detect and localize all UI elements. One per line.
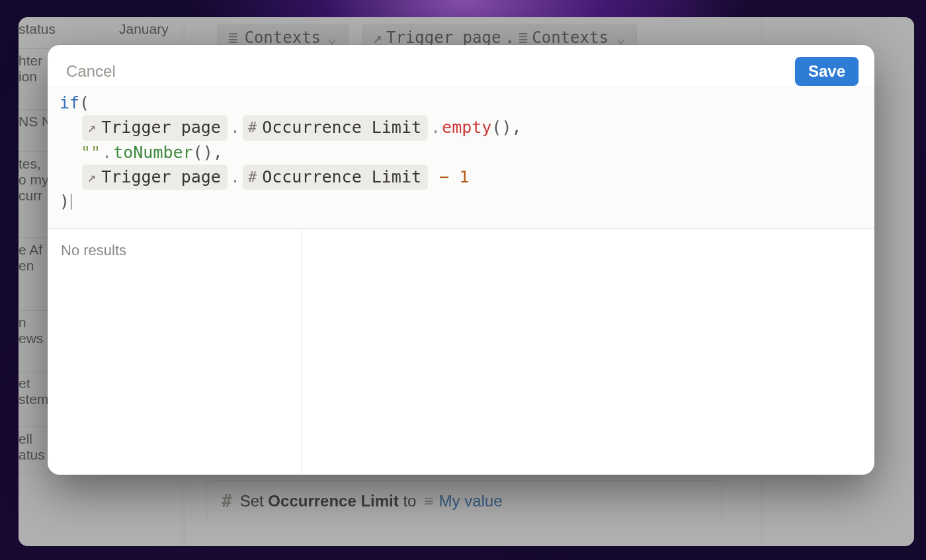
fn-empty: empty: [442, 116, 491, 140]
desktop-root: status January hter ion NS N tes, o my c…: [0, 0, 926, 560]
formula-textarea[interactable]: if( ↗ Trigger page . # Occurrence Limit …: [48, 86, 874, 229]
value-chip[interactable]: ≡ My value: [424, 492, 502, 510]
fn-toNumber: toNumber: [113, 141, 192, 165]
cancel-button[interactable]: Cancel: [66, 62, 116, 81]
paren-close: ): [60, 190, 69, 214]
chevron-down-icon: ⌄: [327, 28, 337, 47]
formula-line: ↗ Trigger page . # Occurrence Limit .emp…: [60, 115, 856, 140]
trigger-page-token[interactable]: ↗ Trigger page: [82, 115, 228, 140]
occurrence-limit-token[interactable]: # Occurrence Limit: [243, 165, 428, 190]
set-property-name: Occurrence Limit: [268, 492, 398, 510]
no-results-text: No results: [61, 242, 288, 259]
text-cursor: [71, 194, 71, 210]
set-property-row[interactable]: # Set Occurrence Limit to ≡ My value: [206, 480, 722, 522]
empty-string-literal: "": [81, 141, 101, 165]
modal-header: Cancel Save: [48, 45, 874, 86]
dot: .: [101, 141, 113, 165]
col-status: status: [19, 21, 105, 37]
trigger-page-token[interactable]: ↗ Trigger page: [82, 165, 228, 190]
table-header-row: status January: [19, 17, 190, 49]
results-list: No results: [48, 229, 302, 475]
occurrence-limit-text: Occurrence Limit: [262, 116, 421, 140]
value-chip-label: My value: [439, 492, 502, 510]
dot: .: [229, 165, 241, 189]
set-prefix: Set: [240, 492, 264, 510]
formula-line: ): [60, 190, 856, 214]
formula-icon: ≡: [424, 492, 433, 510]
col-month: January: [119, 21, 185, 37]
formula-line: ↗ Trigger page . # Occurrence Limit − 1: [60, 165, 856, 190]
arrow-ne-icon: ↗: [87, 167, 96, 188]
trigger-page-text: Trigger page: [101, 165, 221, 189]
keyword-if: if: [60, 91, 79, 115]
occurrence-limit-text: Occurrence Limit: [262, 165, 421, 189]
arrow-ne-icon: ↗: [373, 28, 382, 47]
list-icon: ≣: [519, 28, 528, 47]
hash-icon: #: [248, 167, 257, 188]
trigger-page-text: Trigger page: [101, 116, 221, 140]
contexts-label-2: Contexts: [532, 28, 609, 47]
results-detail: [302, 229, 874, 475]
dot: .: [229, 116, 241, 140]
minus-operator: −: [439, 165, 449, 189]
save-button[interactable]: Save: [795, 57, 859, 86]
number-one: 1: [459, 165, 469, 189]
formula-line: "".toNumber(),: [60, 141, 856, 165]
hash-icon: #: [248, 117, 257, 138]
formula-editor-modal: Cancel Save if( ↗ Trigger page . # Occur…: [48, 45, 874, 475]
paren-open: (: [79, 91, 89, 115]
dot: .: [429, 116, 442, 140]
tonumber-call: (),: [193, 141, 223, 165]
contexts-label: Contexts: [244, 28, 321, 47]
autocomplete-panel: No results: [48, 229, 874, 475]
chevron-down-icon: ⌄: [616, 28, 626, 47]
set-suffix: to: [403, 492, 416, 510]
trigger-page-label: Trigger page: [386, 28, 501, 47]
hash-icon: #: [222, 491, 232, 511]
empty-call: (),: [491, 116, 521, 140]
occurrence-limit-token[interactable]: # Occurrence Limit: [243, 115, 428, 140]
formula-line: if(: [60, 91, 856, 115]
arrow-ne-icon: ↗: [87, 117, 96, 138]
list-icon: ≣: [228, 28, 237, 47]
